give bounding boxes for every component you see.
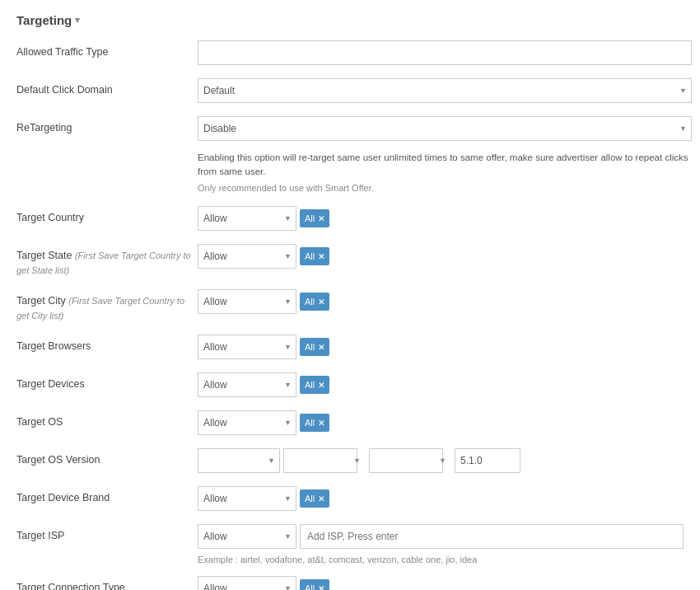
target-os-version-select1[interactable]	[198, 448, 280, 473]
target-device-brand-badge-close[interactable]: ✕	[318, 494, 324, 503]
target-city-badge-close[interactable]: ✕	[318, 297, 324, 307]
target-os-version-row: Target OS Version 5.1.0	[16, 448, 684, 475]
target-city-allow-wrapper: Allow	[198, 289, 296, 314]
target-isp-label: Target ISP	[16, 524, 198, 544]
allowed-traffic-type-input-col	[198, 40, 692, 65]
target-city-allow-select[interactable]: Allow	[198, 289, 296, 314]
target-city-row: Target City (First Save Target Country t…	[16, 289, 684, 323]
target-devices-allow-wrapper: Allow	[198, 372, 296, 397]
target-connection-type-row: Target Connection Type Allow All ✕	[16, 576, 684, 590]
target-country-allow-wrapper: Allow	[198, 206, 296, 231]
target-state-allow-select[interactable]: Allow	[198, 244, 296, 269]
retargeting-input-col: Disable Enabling this option will re-tar…	[198, 116, 692, 194]
target-state-input-col: Allow All ✕	[198, 244, 684, 269]
target-os-version-select2-wrapper	[283, 448, 366, 473]
target-state-badge-close[interactable]: ✕	[318, 252, 324, 261]
retargeting-inner: ReTargeting Disable Enabling this option…	[16, 116, 684, 194]
retargeting-label: ReTargeting	[16, 116, 198, 136]
page-container: Targeting ▾ Allowed Traffic Type Default…	[0, 0, 700, 590]
target-browsers-all-badge[interactable]: All ✕	[300, 338, 329, 356]
target-browsers-allow-select[interactable]: Allow	[198, 335, 296, 359]
target-country-label: Target Country	[16, 206, 198, 226]
retargeting-row: ReTargeting Disable Enabling this option…	[16, 116, 684, 194]
target-os-badge-text: All	[305, 418, 315, 428]
default-click-domain-select[interactable]: Default	[198, 78, 692, 103]
target-os-allow-select[interactable]: Allow	[198, 410, 296, 435]
target-isp-allow-wrapper: Allow	[198, 524, 296, 549]
target-isp-input[interactable]	[300, 524, 684, 549]
target-browsers-row: Target Browsers Allow All ✕	[16, 335, 684, 361]
target-os-all-badge[interactable]: All ✕	[300, 414, 329, 432]
target-isp-example: Example : airtel, vodafone, at&t, comcas…	[198, 555, 684, 564]
default-click-domain-label: Default Click Domain	[16, 78, 198, 98]
target-devices-badge-close[interactable]: ✕	[318, 381, 324, 390]
target-os-version-label: Target OS Version	[16, 448, 198, 468]
target-connection-type-badge-text: All	[305, 583, 315, 590]
target-device-brand-all-badge[interactable]: All ✕	[300, 489, 329, 508]
target-device-brand-row: Target Device Brand Allow All ✕	[16, 486, 684, 513]
target-os-version-select3-wrapper	[369, 448, 451, 473]
target-connection-type-allow-select[interactable]: Allow	[198, 576, 296, 590]
target-device-brand-input-col: Allow All ✕	[198, 486, 684, 511]
retargeting-info-line2: Only recommended to use with Smart Offer…	[198, 181, 692, 195]
target-country-badge-close[interactable]: ✕	[318, 214, 324, 223]
target-connection-type-label: Target Connection Type	[16, 576, 198, 590]
target-device-brand-label: Target Device Brand	[16, 486, 198, 506]
target-devices-badge-text: All	[305, 380, 315, 390]
target-isp-row: Target ISP Allow Example : airtel, vodaf…	[16, 524, 684, 564]
section-title-text: Targeting	[16, 13, 72, 27]
retargeting-select[interactable]: Disable	[198, 116, 692, 141]
target-state-badge-text: All	[305, 251, 315, 261]
default-click-domain-input-col: Default	[198, 78, 692, 103]
target-country-row: Target Country Allow All ✕	[16, 206, 684, 232]
target-country-all-badge[interactable]: All ✕	[300, 209, 329, 227]
default-click-domain-select-wrapper: Default	[198, 78, 692, 103]
target-state-allow-wrapper: Allow	[198, 244, 296, 269]
default-click-domain-row: Default Click Domain Default	[16, 78, 684, 105]
target-isp-inner: Target ISP Allow Example : airtel, vodaf…	[16, 524, 684, 564]
target-device-brand-allow-wrapper: Allow	[198, 486, 296, 511]
target-os-version-value-input[interactable]: 5.1.0	[455, 448, 520, 473]
target-os-version-select1-wrapper	[198, 448, 280, 473]
target-browsers-label: Target Browsers	[16, 335, 198, 354]
target-connection-type-input-col: Allow All ✕	[198, 576, 684, 590]
target-devices-row: Target Devices Allow All ✕	[16, 372, 684, 399]
retargeting-info: Enabling this option will re-target same…	[198, 149, 692, 194]
target-city-all-badge[interactable]: All ✕	[300, 293, 329, 311]
target-os-input-col: Allow All ✕	[198, 410, 684, 435]
target-country-badge-text: All	[305, 213, 315, 223]
section-title: Targeting ▾	[16, 13, 684, 27]
chevron-icon: ▾	[75, 15, 80, 26]
target-device-brand-badge-text: All	[305, 494, 315, 503]
allowed-traffic-type-input[interactable]	[198, 40, 692, 65]
target-isp-input-col: Allow Example : airtel, vodafone, at&t, …	[198, 524, 684, 564]
target-device-brand-allow-select[interactable]: Allow	[198, 486, 296, 511]
target-os-version-select3[interactable]	[369, 448, 443, 473]
target-connection-type-badge-close[interactable]: ✕	[318, 584, 324, 591]
target-os-label: Target OS	[16, 410, 198, 430]
target-city-badge-text: All	[305, 297, 315, 307]
target-os-version-select2[interactable]	[283, 448, 357, 473]
target-country-input-col: Allow All ✕	[198, 206, 684, 231]
target-devices-label: Target Devices	[16, 372, 198, 392]
target-devices-allow-select[interactable]: Allow	[198, 372, 296, 397]
target-os-version-input-col: 5.1.0	[198, 448, 684, 473]
target-browsers-input-col: Allow All ✕	[198, 335, 684, 359]
target-state-all-badge[interactable]: All ✕	[300, 247, 329, 265]
target-state-row: Target State (First Save Target Country …	[16, 244, 684, 278]
target-isp-allow-select[interactable]: Allow	[198, 524, 296, 549]
target-connection-type-all-badge[interactable]: All ✕	[300, 579, 329, 590]
target-os-row: Target OS Allow All ✕	[16, 410, 684, 437]
target-os-allow-wrapper: Allow	[198, 410, 296, 435]
target-os-badge-close[interactable]: ✕	[318, 419, 324, 428]
target-devices-all-badge[interactable]: All ✕	[300, 376, 329, 394]
target-browsers-badge-text: All	[305, 342, 315, 352]
target-city-label: Target City (First Save Target Country t…	[16, 289, 198, 323]
target-browsers-badge-close[interactable]: ✕	[318, 343, 324, 352]
target-country-allow-select[interactable]: Allow	[198, 206, 296, 231]
allowed-traffic-type-label: Allowed Traffic Type	[16, 40, 198, 60]
allowed-traffic-type-row: Allowed Traffic Type	[16, 40, 684, 67]
target-devices-input-col: Allow All ✕	[198, 372, 684, 397]
retargeting-info-line1: Enabling this option will re-target same…	[198, 151, 692, 180]
target-connection-type-allow-wrapper: Allow	[198, 576, 296, 590]
